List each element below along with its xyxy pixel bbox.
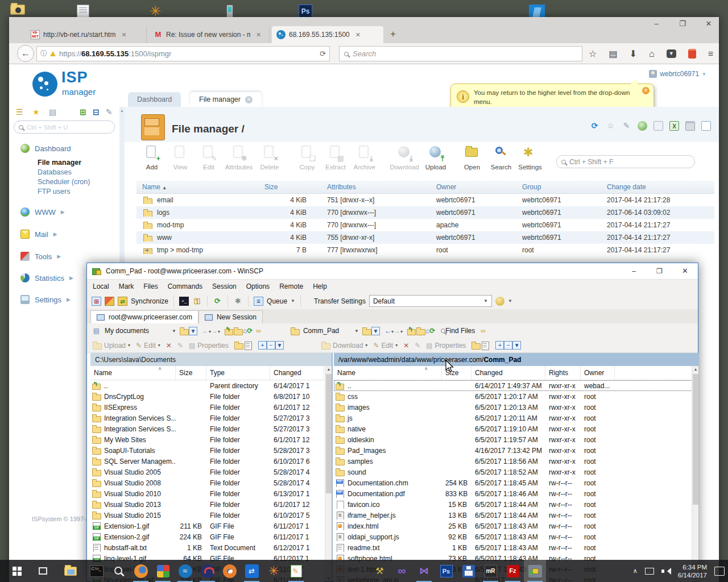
left-parent-dir-icon[interactable] bbox=[225, 327, 234, 335]
star-icon[interactable]: ☆ bbox=[606, 121, 615, 131]
queue-button[interactable]: Queue bbox=[267, 297, 287, 305]
toolbar-button-add[interactable]: +Add bbox=[136, 146, 167, 171]
left-new-folder-icon[interactable] bbox=[234, 342, 243, 349]
remote-list-row[interactable]: native6/5/2017 1:19:10 AMrwxr-xr-xroot bbox=[334, 423, 692, 434]
taskbar-icon-picpick[interactable] bbox=[152, 560, 174, 582]
winscp-titlebar[interactable]: Comm_Pad - root@www.priceeraser.com - Wi… bbox=[87, 263, 698, 279]
toolbar-button-settings[interactable]: ✱Settings bbox=[515, 146, 545, 171]
menu-session[interactable]: Session bbox=[212, 282, 237, 290]
column-header-name[interactable]: Name ▲ bbox=[136, 183, 259, 191]
back-button[interactable]: ← bbox=[17, 45, 34, 62]
right-refresh-icon[interactable]: ⟳ bbox=[429, 327, 435, 335]
right-link-icon[interactable]: ∞ bbox=[481, 327, 486, 335]
right-scrollbar[interactable]: ▲▼ bbox=[692, 366, 698, 581]
table-row[interactable]: tmp > mod-tmp7 B777 [lrwxrwxrwx]rootroot… bbox=[136, 244, 714, 256]
taskbar-icon-photoshop[interactable]: Ps bbox=[435, 560, 457, 582]
local-list-row[interactable]: Visual Studio 2005File folder5/28/2017 4 bbox=[90, 467, 324, 477]
taskbar-icon-xnview[interactable]: ✳ bbox=[263, 560, 285, 582]
preferences-gear-icon[interactable]: ✱ bbox=[233, 297, 243, 306]
menu-options[interactable]: Options bbox=[246, 282, 270, 290]
panel-splitter[interactable] bbox=[332, 353, 333, 581]
table-row[interactable]: email4 KiB751 [drwxr-x--x]webrtc06971web… bbox=[136, 194, 714, 206]
synchronize-icon[interactable]: ⇄ bbox=[118, 297, 127, 306]
home-icon[interactable]: ⌂ bbox=[649, 49, 655, 59]
local-list-row[interactable]: SQL Server Managem...File folder6/10/201… bbox=[90, 456, 324, 467]
remote-list-row[interactable]: samples6/5/2017 1:18:56 AMrwxr-xr-xroot bbox=[334, 456, 692, 467]
local-list-row[interactable]: My Web SitesFile folder6/1/2017 12 bbox=[90, 434, 324, 445]
action-center-icon[interactable] bbox=[714, 567, 725, 576]
remote-list-row[interactable]: css6/5/2017 1:20:17 AMrwxr-xr-xroot bbox=[334, 391, 692, 402]
right-path-bar[interactable]: /var/www/webadmin/data/www/priceeraser.c… bbox=[334, 353, 699, 366]
column-header-owner[interactable]: Owner bbox=[431, 183, 516, 191]
queue-icon[interactable]: ≣ bbox=[254, 297, 263, 306]
remote-list-row[interactable]: Documentation.pdf833 KB6/5/2017 1:18:46 … bbox=[334, 488, 692, 499]
left-root-dir-icon[interactable] bbox=[234, 327, 243, 335]
left-path-bar[interactable]: C:\Users\slava\Documents bbox=[90, 353, 332, 366]
clipboard-icon[interactable]: ▤ bbox=[49, 107, 56, 117]
local-list-row[interactable]: Visual Studio 2010File folder6/13/2017 1 bbox=[90, 488, 324, 499]
left-delete-icon[interactable]: ✕ bbox=[166, 342, 172, 350]
right-rename-icon[interactable]: ✎ bbox=[415, 342, 420, 350]
taskbar-icon-commander[interactable] bbox=[457, 560, 479, 582]
column-header-size[interactable]: Size bbox=[259, 183, 321, 191]
tab-close-icon[interactable]: ✕ bbox=[256, 31, 261, 39]
taskbar-icon-notepad-editor[interactable] bbox=[285, 560, 307, 582]
sidebar-item-settings[interactable]: Settings▶ bbox=[20, 295, 71, 304]
remote-list-row[interactable]: js6/5/2017 1:20:11 AMrwxr-xr-xroot bbox=[334, 413, 692, 423]
tray-volume-muted-icon[interactable]: × bbox=[661, 567, 671, 575]
sidebar-item-mail[interactable]: Mail▶ bbox=[20, 230, 57, 239]
local-list-row[interactable]: SoapUI-TutorialsFile folder5/28/2017 3 bbox=[90, 445, 324, 456]
download-button[interactable]: Download▾ bbox=[321, 342, 367, 350]
sidebar-search-input[interactable]: Ctrl + Shift + U bbox=[14, 120, 115, 134]
winscp-minimize-button[interactable]: – bbox=[621, 263, 647, 279]
local-list-column-type[interactable]: Type bbox=[206, 366, 270, 380]
menu-local[interactable]: Local bbox=[93, 282, 109, 290]
menu-mark[interactable]: Mark bbox=[119, 282, 134, 290]
left-refresh-icon[interactable]: ⟳ bbox=[247, 327, 253, 335]
local-list-row[interactable]: Integration Services S...File folder5/27… bbox=[90, 423, 324, 434]
remote-list-row[interactable]: favicon.ico15 KB6/5/2017 1:18:44 AMrw-r-… bbox=[334, 499, 692, 510]
left-select-filter-icon[interactable]: ▼ bbox=[275, 341, 284, 350]
taskbar-icon-task-view[interactable] bbox=[32, 560, 54, 582]
remote-list-column-changed[interactable]: Changed bbox=[471, 366, 545, 380]
toolbar-button-open[interactable]: Open bbox=[457, 146, 487, 171]
right-new-file-icon[interactable] bbox=[481, 342, 490, 349]
user-menu[interactable]: webrtc06971 ▼ bbox=[649, 70, 706, 78]
local-list-row[interactable]: Visual Studio 2013File folder6/1/2017 12 bbox=[90, 499, 324, 510]
local-list-row[interactable]: Visual Studio 2008File folder5/28/2017 4 bbox=[90, 477, 324, 488]
notification-close-icon[interactable]: ✕ bbox=[642, 87, 650, 94]
site-info-icon[interactable]: ⓘ bbox=[40, 49, 47, 59]
right-parent-dir-icon[interactable] bbox=[407, 327, 416, 335]
left-rename-icon[interactable]: ✎ bbox=[177, 342, 183, 350]
right-new-folder-icon[interactable] bbox=[471, 342, 481, 349]
left-open-dir-icon[interactable] bbox=[180, 327, 189, 335]
menu-commands[interactable]: Commands bbox=[168, 282, 202, 290]
right-properties-button[interactable]: ▤Properties bbox=[426, 342, 466, 350]
reload-button[interactable]: ⟳ bbox=[320, 49, 326, 58]
right-select-add-icon[interactable]: + bbox=[495, 341, 504, 350]
remote-list-row[interactable]: oldapi_support.js92 KB6/5/2017 1:18:43 A… bbox=[334, 531, 692, 542]
pocket-icon[interactable]: ▼ bbox=[667, 49, 676, 58]
layout-icon[interactable]: ⊞ bbox=[92, 297, 101, 306]
local-list-row[interactable]: IISExpressFile folder6/1/2017 12 bbox=[90, 402, 324, 413]
tray-expand-icon[interactable]: ∧ bbox=[633, 567, 638, 575]
right-back-icon[interactable]: ←▾ bbox=[384, 327, 394, 335]
excel-icon[interactable]: X bbox=[669, 121, 679, 131]
taskbar-clock[interactable]: 6:34 PM 6/14/2017 bbox=[678, 563, 707, 579]
right-edit-button[interactable]: ✎Edit▾ bbox=[373, 342, 398, 350]
remote-list-row[interactable]: Documentation.chm254 KB6/5/2017 1:18:45 … bbox=[334, 477, 692, 488]
sidebar-item-www[interactable]: WWW▶ bbox=[20, 207, 65, 217]
pin-sidebar-icon[interactable]: ✎ bbox=[106, 107, 113, 117]
refresh-icon[interactable]: ⟳ bbox=[590, 121, 599, 131]
session-tab-new[interactable]: New Session bbox=[198, 310, 263, 323]
expand-all-icon[interactable]: ⊞ bbox=[80, 107, 86, 117]
table-row[interactable]: www4 KiB755 [drwxr-xr-x]webrtc06971webrt… bbox=[136, 231, 714, 244]
local-list-row[interactable]: DnsCryptLogFile folder6/8/2017 10 bbox=[90, 391, 324, 402]
local-list-row[interactable]: Visual Studio 2015File folder6/10/2017 5 bbox=[90, 510, 324, 521]
menu-files[interactable]: Files bbox=[143, 282, 158, 290]
local-list-row[interactable]: Extension-1.gif211 KBGIF File6/11/2017 1 bbox=[90, 521, 324, 531]
local-list-row[interactable]: Integration Services S...File folder5/27… bbox=[90, 413, 324, 423]
sidebar-item-dashboard[interactable]: Dashboard bbox=[20, 144, 71, 153]
local-list-row[interactable]: Extension-2.gif224 KBGIF File6/11/2017 1 bbox=[90, 531, 324, 542]
browser-tab-1[interactable]: VB-NEThttp://vb-net.ru/start.htm✕ bbox=[26, 26, 147, 43]
